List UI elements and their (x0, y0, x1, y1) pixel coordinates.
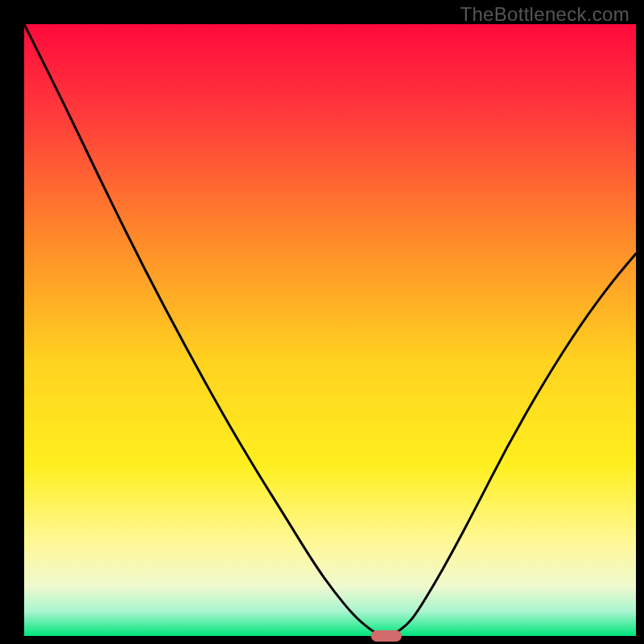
plot-background (24, 24, 636, 636)
optimal-marker (371, 630, 402, 642)
chart-frame: TheBottleneck.com (0, 0, 644, 644)
bottleneck-chart (0, 0, 644, 644)
